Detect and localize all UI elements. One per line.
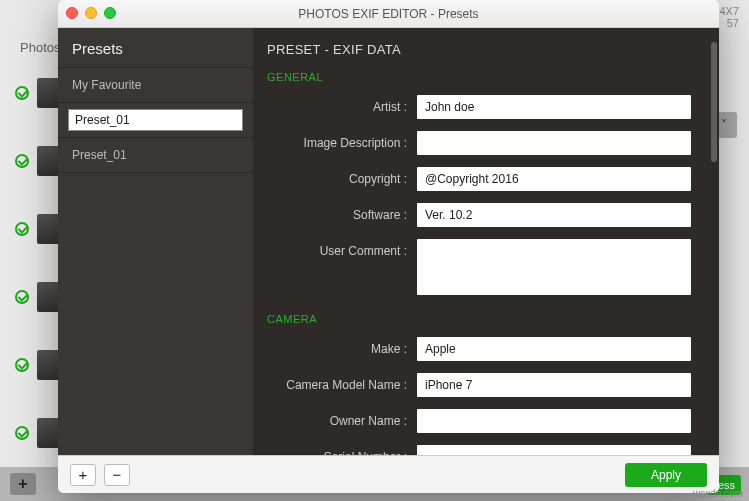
window-title: PHOTOS EXIF EDITOR - Presets xyxy=(298,7,478,21)
presets-sidebar: Presets My Favourite Preset_01 xyxy=(58,28,253,455)
input-model[interactable] xyxy=(417,373,691,397)
label-user-comment: User Comment : xyxy=(267,239,417,258)
sidebar-title: Presets xyxy=(58,28,253,67)
section-general: GENERAL xyxy=(267,71,691,83)
minimize-icon[interactable] xyxy=(85,7,97,19)
input-make[interactable] xyxy=(417,337,691,361)
preset-name-input[interactable] xyxy=(68,109,243,131)
label-model: Camera Model Name : xyxy=(267,373,417,392)
sidebar-item-edit[interactable] xyxy=(58,103,253,138)
sheet-titlebar: PHOTOS EXIF EDITOR - Presets xyxy=(58,0,719,28)
apply-button[interactable]: Apply xyxy=(625,463,707,487)
input-image-description[interactable] xyxy=(417,131,691,155)
input-artist[interactable] xyxy=(417,95,691,119)
bg-thumbnail-strip xyxy=(15,78,60,486)
label-copyright: Copyright : xyxy=(267,167,417,186)
label-image-description: Image Description : xyxy=(267,131,417,150)
label-serial: Serial Number : xyxy=(267,445,417,455)
main-panel: PRESET - EXIF DATA GENERAL Artist : Imag… xyxy=(253,28,719,455)
zoom-icon[interactable] xyxy=(104,7,116,19)
input-software[interactable] xyxy=(417,203,691,227)
add-preset-button[interactable]: + xyxy=(70,464,96,486)
sheet-footer: + − Apply xyxy=(58,455,719,493)
section-camera: CAMERA xyxy=(267,313,691,325)
remove-preset-button[interactable]: − xyxy=(104,464,130,486)
input-serial[interactable] xyxy=(417,445,691,455)
label-owner: Owner Name : xyxy=(267,409,417,428)
label-make: Make : xyxy=(267,337,417,356)
sidebar-item-preset01[interactable]: Preset_01 xyxy=(58,138,253,173)
label-software: Software : xyxy=(267,203,417,222)
bg-photos-label: Photos xyxy=(20,40,60,55)
traffic-lights[interactable] xyxy=(66,7,116,19)
bg-add-button[interactable]: + xyxy=(10,473,36,495)
input-owner[interactable] xyxy=(417,409,691,433)
watermark: wsxdn.com xyxy=(693,488,743,499)
panel-title: PRESET - EXIF DATA xyxy=(267,42,691,57)
close-icon[interactable] xyxy=(66,7,78,19)
input-user-comment[interactable] xyxy=(417,239,691,295)
presets-sheet: PHOTOS EXIF EDITOR - Presets Presets My … xyxy=(58,0,719,493)
sidebar-item-favourite[interactable]: My Favourite xyxy=(58,68,253,103)
input-copyright[interactable] xyxy=(417,167,691,191)
scrollbar-thumb[interactable] xyxy=(711,42,717,162)
label-artist: Artist : xyxy=(267,95,417,114)
